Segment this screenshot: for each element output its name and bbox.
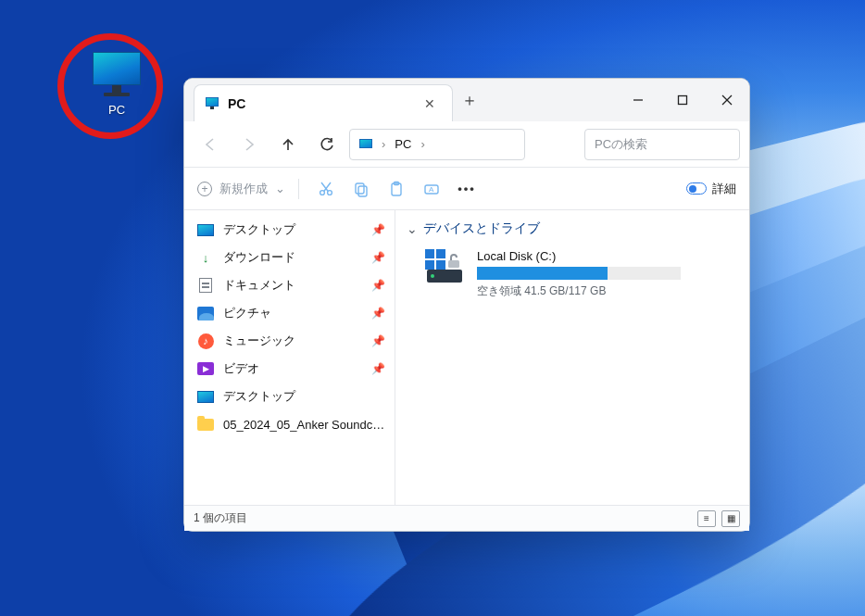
back-button[interactable] [194, 128, 227, 161]
folder-icon [197, 416, 214, 433]
pin-icon: 📌 [371, 307, 385, 320]
new-button-label: 新規作成 [219, 181, 268, 197]
paste-button[interactable] [382, 175, 410, 203]
copy-button[interactable] [347, 175, 375, 203]
svg-text:A: A [429, 185, 434, 194]
view-grid-button[interactable]: ▦ [721, 510, 740, 527]
status-bar: 1 個の項目 ≡ ▦ [184, 505, 749, 531]
nav-item-desktop[interactable]: デスクトップ 📌 [184, 216, 395, 244]
svg-rect-7 [358, 186, 367, 196]
titlebar: PC ✕ ＋ [184, 79, 749, 121]
more-button[interactable]: ••• [453, 175, 481, 203]
plus-circle-icon: + [197, 182, 212, 196]
rename-button[interactable]: A [418, 175, 445, 203]
nav-item-folder[interactable]: 05_2024_05_Anker Soundcore [184, 410, 395, 438]
address-bar[interactable]: › PC › [349, 129, 525, 160]
chevron-down-icon: ⌄ [275, 182, 285, 195]
details-pane-toggle[interactable]: 詳細 [686, 181, 736, 197]
svg-rect-6 [356, 183, 364, 194]
document-icon [197, 277, 214, 294]
explorer-window: PC ✕ ＋ › [183, 78, 750, 532]
svg-rect-12 [448, 260, 459, 268]
list-icon: ≡ [704, 513, 709, 523]
maximize-icon [677, 94, 688, 106]
pin-icon: 📌 [371, 334, 385, 347]
unlocked-icon [445, 253, 462, 270]
drive-icon [425, 249, 464, 284]
picture-icon [197, 305, 214, 321]
tab-title: PC [228, 96, 409, 111]
drive-free-space: 空き領域 41.5 GB/117 GB [477, 283, 738, 299]
chevron-right-icon: › [382, 137, 385, 151]
nav-item-desktop-2[interactable]: デスクトップ [184, 383, 395, 410]
new-button[interactable]: + 新規作成 ⌄ [197, 181, 285, 197]
music-icon: ♪ [197, 333, 214, 349]
drive-usage-bar [477, 267, 681, 280]
arrow-left-icon [202, 136, 219, 153]
search-placeholder: PCの検索 [595, 136, 647, 153]
minimize-icon [633, 94, 644, 106]
video-icon: ▶ [197, 360, 214, 377]
clipboard-icon [388, 181, 405, 197]
grid-icon: ▦ [727, 513, 735, 523]
item-count: 1 個の項目 [194, 510, 247, 526]
search-box[interactable]: PCの検索 [584, 129, 740, 160]
pin-icon: 📌 [371, 223, 385, 236]
toggle-icon [686, 182, 707, 195]
cut-button[interactable] [312, 175, 340, 203]
drive-local-disk-c[interactable]: Local Disk (C:) 空き領域 41.5 GB/117 GB [425, 249, 738, 299]
group-header-devices[interactable]: ⌄ デバイスとドライブ [407, 216, 738, 242]
pin-icon: 📌 [371, 279, 385, 292]
pc-monitor-icon [93, 44, 141, 96]
content-pane[interactable]: ⌄ デバイスとドライブ Local Disk (C:) 空き領域 41.5 GB… [395, 210, 749, 505]
refresh-icon [319, 136, 335, 153]
close-button[interactable] [705, 79, 749, 121]
refresh-button[interactable] [310, 128, 344, 161]
svg-rect-1 [679, 96, 687, 105]
chevron-right-icon: › [420, 137, 424, 151]
pc-icon [359, 137, 372, 151]
breadcrumb-pc[interactable]: PC [395, 137, 411, 151]
desktop-icon-pc[interactable]: PC [72, 44, 161, 117]
chevron-down-icon: ⌄ [407, 221, 418, 236]
tab-close-button[interactable]: ✕ [419, 94, 441, 113]
nav-item-music[interactable]: ♪ ミュージック 📌 [184, 327, 395, 355]
arrow-right-icon [241, 136, 257, 153]
nav-item-videos[interactable]: ▶ ビデオ 📌 [184, 355, 395, 383]
pin-icon: 📌 [371, 362, 385, 375]
maximize-button[interactable] [660, 79, 705, 121]
drive-name: Local Disk (C:) [477, 249, 738, 263]
details-label: 詳細 [712, 181, 736, 197]
desktop-icon-label: PC [72, 103, 161, 117]
desktop-icon [197, 388, 214, 405]
nav-item-documents[interactable]: ドキュメント 📌 [184, 271, 395, 299]
rename-icon: A [423, 181, 440, 197]
scissors-icon [318, 181, 334, 197]
download-icon: ↓ [197, 249, 214, 266]
command-bar: + 新規作成 ⌄ A ••• 詳細 [184, 168, 749, 210]
up-button[interactable] [271, 128, 305, 161]
forward-button[interactable] [232, 128, 266, 161]
navigation-bar: › PC › PCの検索 [184, 121, 749, 168]
navigation-pane[interactable]: デスクトップ 📌 ↓ ダウンロード 📌 ドキュメント 📌 ピクチャ 📌 ♪ ミュ… [184, 210, 395, 505]
nav-item-downloads[interactable]: ↓ ダウンロード 📌 [184, 244, 395, 271]
minimize-button[interactable] [616, 79, 660, 121]
close-icon [721, 94, 733, 106]
tab-pc[interactable]: PC ✕ [194, 84, 453, 121]
arrow-up-icon [280, 136, 296, 153]
drive-usage-fill [477, 267, 608, 280]
desktop-icon [197, 221, 214, 238]
ellipsis-icon: ••• [458, 182, 476, 195]
copy-icon [353, 181, 370, 197]
group-header-label: デバイスとドライブ [423, 220, 540, 237]
pc-icon [206, 97, 219, 109]
new-tab-button[interactable]: ＋ [453, 79, 486, 121]
view-list-button[interactable]: ≡ [697, 510, 716, 527]
pin-icon: 📌 [371, 251, 385, 264]
nav-item-pictures[interactable]: ピクチャ 📌 [184, 299, 395, 327]
